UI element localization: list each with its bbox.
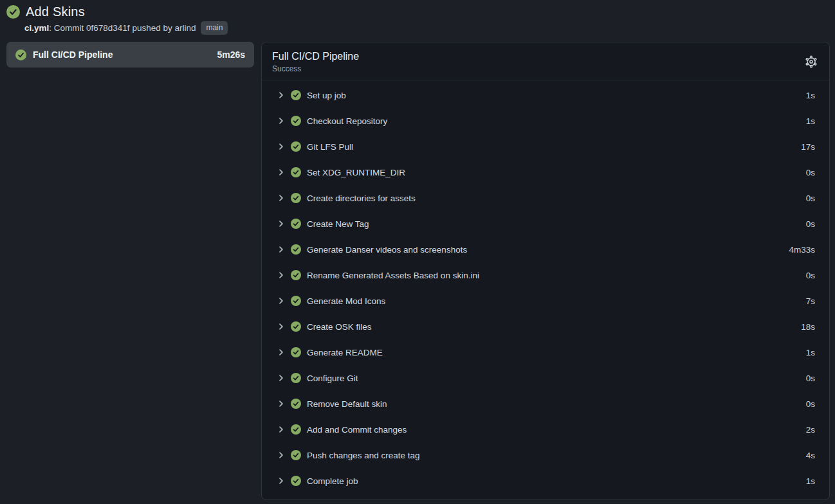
job-status-text: Success <box>272 64 816 73</box>
step-duration: 2s <box>806 425 815 435</box>
step-success-icon <box>291 399 301 409</box>
chevron-right-icon[interactable] <box>276 424 286 435</box>
step-row[interactable]: Add and Commit changes 2s <box>262 417 829 442</box>
step-success-icon <box>291 424 301 435</box>
chevron-right-icon[interactable] <box>276 347 286 357</box>
step-row[interactable]: Generate Danser videos and screenshots 4… <box>262 237 829 262</box>
step-row[interactable]: Remove Default skin 0s <box>262 391 829 417</box>
step-name: Remove Default skin <box>307 399 806 409</box>
step-row[interactable]: Create OSK files 18s <box>262 314 829 339</box>
step-name: Create directories for assets <box>307 194 806 203</box>
job-name: Full CI/CD Pipeline <box>33 50 210 60</box>
job-detail-panel: Full CI/CD Pipeline Success <box>261 42 830 500</box>
chevron-right-icon[interactable] <box>276 193 286 203</box>
step-duration: 18s <box>801 322 815 332</box>
chevron-right-icon[interactable] <box>276 373 286 383</box>
step-duration: 0s <box>806 271 815 280</box>
chevron-right-icon[interactable] <box>276 399 286 409</box>
step-row[interactable]: Push changes and create tag 4s <box>262 442 829 468</box>
step-row[interactable]: Set up job 1s <box>262 82 829 108</box>
chevron-right-icon[interactable] <box>276 116 286 126</box>
step-name: Create New Tag <box>307 219 806 229</box>
step-row[interactable]: Generate README 1s <box>262 339 829 365</box>
step-name: Generate Danser videos and screenshots <box>307 245 789 255</box>
job-settings-button[interactable] <box>805 55 818 68</box>
step-success-icon <box>291 193 301 203</box>
step-duration: 17s <box>801 142 815 152</box>
step-success-icon <box>291 321 301 332</box>
step-name: Configure Git <box>307 374 806 383</box>
step-row[interactable]: Git LFS Pull 17s <box>262 134 829 159</box>
chevron-right-icon[interactable] <box>276 450 286 460</box>
step-name: Checkout Repository <box>307 116 806 126</box>
step-duration: 1s <box>806 116 815 126</box>
step-duration: 0s <box>806 399 815 409</box>
step-name: Push changes and create tag <box>307 451 806 460</box>
step-duration: 0s <box>806 168 815 177</box>
job-success-icon <box>15 50 26 60</box>
step-row[interactable]: Rename Generated Assets Based on skin.in… <box>262 262 829 288</box>
step-success-icon <box>291 219 301 229</box>
step-name: Generate README <box>307 348 806 357</box>
step-success-icon <box>291 296 301 306</box>
jobs-sidebar: Full CI/CD Pipeline 5m26s <box>6 42 254 500</box>
step-duration: 0s <box>806 219 815 229</box>
commit-hash[interactable]: 0f678d341f <box>86 23 130 33</box>
step-success-icon <box>291 450 301 460</box>
run-header: Add Skins ci.yml: Commit 0f678d341f push… <box>0 0 835 35</box>
run-title: Add Skins <box>26 4 85 19</box>
step-name: Git LFS Pull <box>307 142 801 152</box>
chevron-right-icon[interactable] <box>276 90 286 100</box>
step-name: Set up job <box>307 91 806 100</box>
chevron-right-icon[interactable] <box>276 167 286 177</box>
chevron-right-icon[interactable] <box>276 244 286 255</box>
job-item[interactable]: Full CI/CD Pipeline 5m26s <box>6 42 254 68</box>
job-detail-title: Full CI/CD Pipeline <box>272 51 816 62</box>
step-duration: 1s <box>806 476 815 486</box>
subtitle-post-text: pushed by arlind <box>130 23 196 33</box>
step-row[interactable]: Generate Mod Icons 7s <box>262 288 829 314</box>
step-duration: 7s <box>806 296 815 306</box>
gear-icon <box>805 55 818 68</box>
chevron-right-icon[interactable] <box>276 476 286 486</box>
step-success-icon <box>291 141 301 152</box>
step-row[interactable]: Set XDG_RUNTIME_DIR 0s <box>262 159 829 185</box>
chevron-right-icon[interactable] <box>276 270 286 280</box>
job-detail-header: Full CI/CD Pipeline Success <box>262 42 829 80</box>
step-success-icon <box>291 270 301 280</box>
step-name: Create OSK files <box>307 322 801 332</box>
chevron-right-icon[interactable] <box>276 321 286 332</box>
chevron-right-icon[interactable] <box>276 141 286 152</box>
step-success-icon <box>291 116 301 126</box>
step-success-icon <box>291 244 301 255</box>
step-row[interactable]: Create directories for assets 0s <box>262 185 829 211</box>
job-duration: 5m26s <box>217 50 245 60</box>
workflow-file: ci.yml <box>24 23 49 33</box>
step-duration: 1s <box>806 348 815 357</box>
run-status-success-icon <box>6 5 20 19</box>
chevron-right-icon[interactable] <box>276 296 286 306</box>
branch-badge[interactable]: main <box>201 21 228 35</box>
step-success-icon <box>291 476 301 486</box>
step-success-icon <box>291 90 301 100</box>
run-subtitle: ci.yml: Commit 0f678d341f pushed by arli… <box>24 21 829 35</box>
run-content: Full CI/CD Pipeline 5m26s Full CI/CD Pip… <box>0 42 835 500</box>
step-duration: 0s <box>806 194 815 203</box>
step-name: Generate Mod Icons <box>307 296 806 306</box>
step-duration: 1s <box>806 91 815 100</box>
steps-list: Set up job 1s Checkout Repository 1s <box>262 80 829 494</box>
step-row[interactable]: Configure Git 0s <box>262 365 829 391</box>
step-row[interactable]: Create New Tag 0s <box>262 211 829 237</box>
subtitle-pre-text: : Commit <box>49 23 86 33</box>
step-name: Set XDG_RUNTIME_DIR <box>307 168 806 177</box>
step-success-icon <box>291 347 301 357</box>
step-success-icon <box>291 373 301 383</box>
step-success-icon <box>291 167 301 177</box>
chevron-right-icon[interactable] <box>276 219 286 229</box>
step-duration: 4s <box>806 451 815 460</box>
step-row[interactable]: Checkout Repository 1s <box>262 108 829 134</box>
step-name: Rename Generated Assets Based on skin.in… <box>307 271 806 280</box>
step-duration: 0s <box>806 374 815 383</box>
step-duration: 4m33s <box>789 245 815 255</box>
step-row[interactable]: Complete job 1s <box>262 468 829 494</box>
